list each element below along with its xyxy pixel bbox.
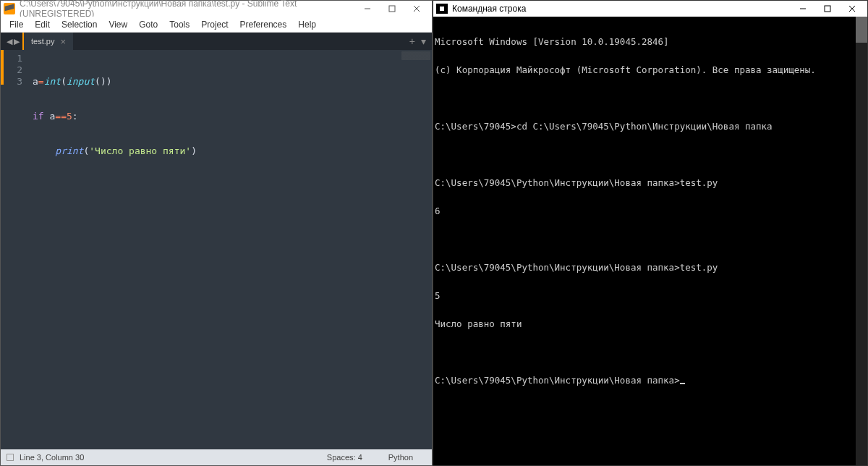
svg-rect-1 [389,6,395,12]
cmd-line: 5 [435,291,866,300]
cmd-window: Командная строка Microsoft Windows [Vers… [433,0,868,466]
code-line-1[interactable]: a=int(input()) [33,76,432,88]
sublime-titlebar[interactable]: C:\Users\79045\Python\Инструкции\Новая п… [1,1,432,17]
tab-testpy[interactable]: test.py × [22,33,73,50]
tab-bar: ◀▶ test.py × +▾ [1,33,432,50]
tab-label: test.py [31,37,54,46]
menu-file[interactable]: File [5,18,27,31]
cmd-line: (c) Корпорация Майкрософт (Microsoft Cor… [435,65,866,75]
minimap[interactable] [401,51,430,60]
cmd-scrollbar[interactable] [856,17,867,465]
nav-forward-icon[interactable]: ▶ [14,37,20,46]
code-line-2[interactable]: if a==5: [33,111,432,122]
sublime-window: C:\Users\79045\Python\Инструкции\Новая п… [0,0,433,466]
cmd-line: 6 [435,206,866,216]
cmd-line: C:\Users\79045>cd C:\Users\79045\Python\… [435,122,866,131]
svg-rect-5 [825,6,830,12]
menu-tools[interactable]: Tools [165,18,194,31]
editor-area[interactable]: 1 2 3 a=int(input()) if a==5: print('Чис… [1,50,432,449]
cmd-close-button[interactable] [840,1,864,17]
code-line-3[interactable]: print('Число равно пяти') [33,145,432,157]
cmd-line: Microsoft Windows [Version 10.0.19045.28… [435,37,866,46]
cmd-line [435,347,866,357]
cmd-maximize-button[interactable] [815,1,840,17]
close-button[interactable] [404,1,429,17]
cmd-minimize-button[interactable] [791,1,815,17]
cmd-line [435,93,866,103]
tab-close-icon[interactable]: × [60,36,66,47]
cmd-line [435,234,866,244]
cursor-icon [680,383,685,384]
menu-edit[interactable]: Edit [30,18,54,31]
menu-help[interactable]: Help [294,18,320,31]
line-numbers: 1 2 3 [4,50,28,449]
cmd-title: Командная строка [452,4,791,14]
menu-goto[interactable]: Goto [135,18,162,31]
status-cursor[interactable]: Line 3, Column 30 [20,453,84,462]
panel-toggle-icon[interactable] [7,454,14,461]
sublime-menubar: File Edit Selection View Goto Tools Proj… [1,17,432,33]
cmd-line: Число равно пяти [435,319,866,329]
sublime-logo-icon [4,3,15,14]
menu-selection[interactable]: Selection [57,18,101,31]
new-tab-icon[interactable]: + [409,35,415,47]
sublime-statusbar: Line 3, Column 30 Spaces: 4 Python [1,449,432,465]
nav-back-icon[interactable]: ◀ [7,37,12,46]
scrollbar-thumb[interactable] [856,17,867,43]
cmd-line: C:\Users\79045\Python\Инструкции\Новая п… [435,263,866,272]
cmd-titlebar[interactable]: Командная строка [433,1,867,17]
cmd-logo-icon [436,4,448,14]
menu-preferences[interactable]: Preferences [236,18,292,31]
status-language[interactable]: Python [375,453,426,462]
tab-menu-icon[interactable]: ▾ [421,35,426,47]
cmd-line: C:\Users\79045\Python\Инструкции\Новая п… [435,178,866,187]
cmd-terminal[interactable]: Microsoft Windows [Version 10.0.19045.28… [433,17,867,465]
menu-project[interactable]: Project [197,18,232,31]
tab-nav-arrows[interactable]: ◀▶ [4,37,22,46]
cmd-prompt-line: C:\Users\79045\Python\Инструкции\Новая п… [435,376,866,385]
menu-view[interactable]: View [104,18,132,31]
minimize-button[interactable] [355,1,380,17]
maximize-button[interactable] [380,1,404,17]
code-content[interactable]: a=int(input()) if a==5: print('Число рав… [28,50,432,449]
status-spaces[interactable]: Spaces: 4 [314,453,375,462]
cmd-line [435,150,866,159]
